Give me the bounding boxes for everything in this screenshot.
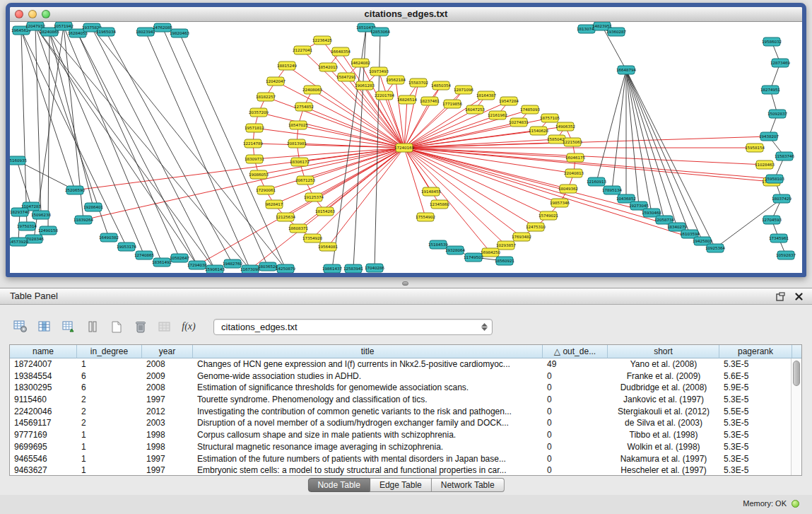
table-row[interactable]: 1456911722003Disruption of a novel membe… bbox=[10, 417, 791, 429]
network-node[interactable]: 18306172 bbox=[290, 158, 310, 166]
network-node[interactable]: 17345961 bbox=[769, 234, 789, 243]
network-node[interactable]: 10592837 bbox=[776, 251, 796, 259]
network-node[interactable]: 15958154 bbox=[745, 144, 765, 152]
network-node[interactable]: 15906143 bbox=[205, 265, 225, 273]
network-node[interactable]: 18293740 bbox=[10, 208, 30, 216]
network-node[interactable]: 19571812 bbox=[245, 124, 264, 132]
network-node[interactable]: 16046175 bbox=[565, 153, 585, 162]
network-edge[interactable] bbox=[35, 26, 41, 215]
network-node[interactable]: 19328064 bbox=[445, 246, 465, 255]
network-node[interactable]: 15096238 bbox=[31, 211, 51, 219]
network-node[interactable]: 25160935 bbox=[10, 156, 27, 165]
network-node[interactable]: 12704593 bbox=[762, 216, 782, 224]
network-node[interactable]: 20813981 bbox=[287, 139, 307, 148]
network-node[interactable]: 14573920 bbox=[10, 238, 28, 246]
table-row[interactable]: 977716911998Corpus callosum shape and si… bbox=[10, 429, 791, 441]
table-row[interactable]: 946362711997Embryonic stem cells: a mode… bbox=[10, 465, 791, 476]
network-node[interactable]: 16648354 bbox=[331, 47, 351, 56]
network-node[interactable]: 16826514 bbox=[397, 95, 417, 104]
network-node[interactable]: 19148455 bbox=[421, 187, 441, 196]
new-column-icon[interactable] bbox=[107, 318, 126, 335]
network-node[interactable]: 18182257 bbox=[256, 93, 276, 101]
network-node[interactable]: 18608371 bbox=[288, 224, 308, 233]
network-node[interactable]: 17040286 bbox=[365, 264, 384, 272]
network-node[interactable]: 18547025 bbox=[288, 121, 308, 129]
network-edge[interactable] bbox=[49, 32, 144, 255]
network-node[interactable]: 18542013 bbox=[318, 63, 338, 71]
delete-column-icon[interactable] bbox=[131, 318, 150, 335]
network-node[interactable]: 11749503 bbox=[464, 253, 483, 262]
network-edge[interactable] bbox=[35, 26, 215, 269]
table-row[interactable]: 1830029562008Estimation of significance … bbox=[10, 382, 791, 394]
table-row[interactable]: 911546021997Tourette syndrome. Phenomeno… bbox=[10, 394, 791, 406]
tab-node-table[interactable]: Node Table bbox=[307, 478, 370, 492]
network-node[interactable]: 17554902 bbox=[416, 213, 435, 221]
network-node[interactable]: 15092837 bbox=[767, 110, 787, 118]
network-node[interactable]: 20671253 bbox=[295, 176, 315, 185]
minimize-window-button[interactable] bbox=[28, 10, 37, 18]
column-header-title[interactable]: title bbox=[193, 345, 543, 358]
column-header-short[interactable]: short bbox=[608, 345, 719, 358]
merge-tables-icon[interactable] bbox=[83, 318, 102, 335]
column-header-out_de[interactable]: △ out_de... bbox=[543, 345, 608, 358]
tab-edge-table[interactable]: Edge Table bbox=[370, 478, 432, 492]
network-node[interactable]: 12873469 bbox=[770, 59, 790, 67]
network-node[interactable]: 20357209 bbox=[249, 108, 269, 117]
network-node[interactable]: 18361492 bbox=[152, 258, 172, 267]
network-node[interactable]: 12475310 bbox=[526, 223, 546, 231]
network-node[interactable]: 17895134 bbox=[602, 186, 622, 194]
table-options-icon[interactable] bbox=[11, 318, 30, 335]
network-node[interactable]: 14624082 bbox=[351, 59, 370, 67]
table-row[interactable]: 1938455462009Genome-wide association stu… bbox=[10, 370, 791, 382]
network-canvas[interactable]: 1724016918815249120420471818225720357209… bbox=[10, 22, 802, 273]
network-node[interactable]: 19286401 bbox=[83, 203, 103, 211]
table-scrollbar[interactable] bbox=[791, 358, 801, 475]
network-node[interactable]: 11028463 bbox=[755, 160, 775, 169]
table-row[interactable]: 1872400712008Changes of HCN gene express… bbox=[10, 358, 791, 370]
network-node[interactable]: 15749021 bbox=[539, 211, 558, 220]
network-node[interactable]: 12161962 bbox=[488, 111, 507, 119]
network-node[interactable]: 22201784 bbox=[375, 91, 394, 100]
network-node[interactable]: 16648794 bbox=[616, 66, 636, 74]
network-node[interactable]: 10293857 bbox=[496, 241, 516, 250]
network-node[interactable]: 12754852 bbox=[294, 103, 314, 111]
network-edge[interactable] bbox=[626, 70, 652, 213]
close-window-button[interactable] bbox=[15, 10, 23, 18]
network-node[interactable]: 18037429 bbox=[772, 194, 792, 203]
network-node[interactable]: 19564081 bbox=[318, 243, 338, 251]
network-edge[interactable] bbox=[64, 26, 162, 262]
network-edge[interactable] bbox=[78, 33, 197, 265]
network-node[interactable]: 17354928 bbox=[302, 234, 322, 243]
network-node[interactable]: 15958103 bbox=[765, 175, 784, 183]
network-edge[interactable] bbox=[266, 148, 404, 190]
network-edge[interactable] bbox=[83, 148, 404, 220]
network-node[interactable]: 16047253 bbox=[465, 105, 485, 114]
network-edge[interactable] bbox=[17, 160, 31, 206]
network-node[interactable]: 9628417 bbox=[266, 200, 283, 209]
network-node[interactable]: 19053174 bbox=[117, 243, 136, 251]
network-node[interactable]: 16984250 bbox=[481, 248, 500, 257]
column-header-pagerank[interactable]: pagerank bbox=[719, 345, 792, 358]
network-edge[interactable] bbox=[21, 30, 27, 226]
close-panel-icon[interactable] bbox=[794, 292, 804, 302]
network-node[interactable]: 19562184 bbox=[386, 76, 406, 84]
network-node[interactable]: 22408063 bbox=[302, 86, 322, 94]
window-titlebar[interactable]: citations_edges.txt bbox=[10, 7, 802, 22]
network-edge[interactable] bbox=[404, 136, 769, 148]
network-node[interactable]: 19861437 bbox=[322, 264, 342, 273]
network-node[interactable]: 12236425 bbox=[312, 36, 332, 45]
network-node[interactable]: 18815249 bbox=[277, 62, 297, 70]
column-header-name[interactable]: name bbox=[10, 345, 77, 358]
tab-network-table[interactable]: Network Table bbox=[432, 478, 505, 492]
network-edge[interactable] bbox=[396, 80, 404, 148]
network-node[interactable]: 12215063 bbox=[563, 138, 582, 146]
network-node[interactable]: 11583746 bbox=[775, 152, 794, 160]
network-node[interactable]: 18154263 bbox=[315, 207, 335, 216]
network-node[interactable]: 18274951 bbox=[760, 86, 780, 94]
table-row[interactable]: 2242004622012Investigating the contribut… bbox=[10, 406, 791, 418]
delete-table-icon[interactable] bbox=[155, 318, 174, 335]
network-node[interactable]: 17240169 bbox=[394, 144, 414, 152]
network-node[interactable]: 12740865 bbox=[134, 251, 154, 259]
network-node[interactable]: 15583702 bbox=[408, 78, 428, 87]
network-node[interactable]: 12583941 bbox=[343, 264, 363, 273]
